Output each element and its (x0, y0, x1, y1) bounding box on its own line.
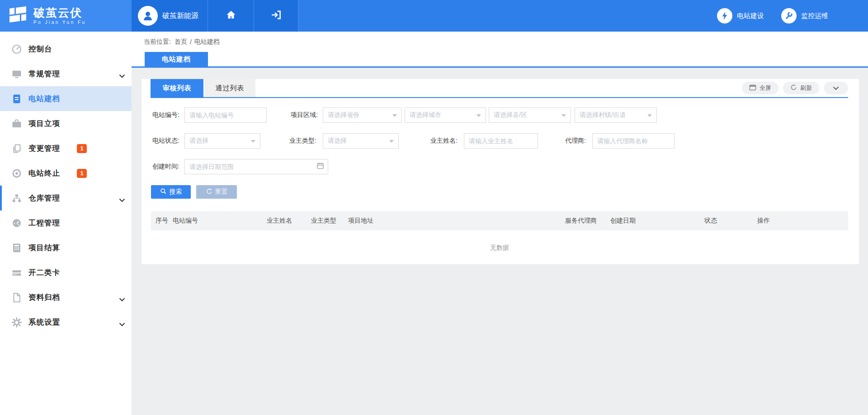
content-divider (132, 66, 868, 68)
filter-row-3: 创建时间: (151, 159, 328, 174)
caret-down-icon (561, 114, 566, 117)
copy-icon (11, 143, 23, 154)
sidebar-item-open-card[interactable]: 开二类卡 (0, 260, 132, 285)
col-station-no: 电站编号 (173, 217, 267, 225)
monitor-icon (11, 68, 23, 80)
sidebar-item-station-termination[interactable]: 电站终止 1 (0, 161, 132, 186)
chevron-down-icon (833, 85, 839, 92)
fullscreen-button[interactable]: 全屏 (742, 82, 778, 94)
nav-station-build[interactable]: 电站建设 (717, 8, 764, 23)
city-select[interactable]: 请选择城市 (405, 107, 486, 123)
filter-actions: 搜索 重置 (151, 185, 237, 199)
home-icon (226, 9, 236, 22)
col-owner-type: 业主类型 (311, 217, 348, 225)
header-nav: 电站建设 监控运维 (717, 0, 868, 32)
search-button[interactable]: 搜索 (151, 185, 191, 199)
caret-down-icon (476, 114, 481, 117)
active-marker (0, 186, 2, 210)
user-menu[interactable]: 破茧新能源 (132, 0, 208, 32)
reset-button[interactable]: 重置 (196, 185, 237, 199)
col-status: 状态 (704, 217, 757, 225)
sidebar: 控制台 常规管理 电站建档 (0, 32, 132, 415)
station-no-input[interactable] (184, 107, 267, 123)
nav-monitor-ops[interactable]: 监控运维 (781, 8, 828, 23)
col-actions: 操作 (757, 217, 848, 225)
sidebar-item-system-settings[interactable]: 系统设置 (0, 310, 132, 335)
tab-passed-list[interactable]: 通过列表 (204, 79, 255, 97)
logo-subtitle: Po Jian Yun Fu (33, 20, 86, 25)
tab-review-list[interactable]: 审核列表 (151, 79, 203, 97)
col-create-date: 创建日期 (610, 217, 704, 225)
agent-label: 代理商: (561, 137, 592, 145)
sidebar-item-station-filing[interactable]: 电站建档 (0, 86, 132, 111)
col-service-agent: 服务代理商 (565, 217, 610, 225)
nav-label: 监控运维 (801, 12, 828, 20)
station-no-label: 电站编号: (151, 111, 184, 119)
table-header: 序号 电站编号 业主姓名 业主类型 项目地址 服务代理商 创建日期 状态 操作 (151, 211, 848, 230)
refresh-button[interactable]: 刷新 (783, 82, 819, 94)
empty-state: 无数据 (151, 230, 848, 266)
filter-row-1: 电站编号: 项目区域: 请选择省份 请选择城市 请选择县/区 请选择村镇/街道 (151, 107, 657, 123)
sidebar-item-project-initiation[interactable]: 项目立项 (0, 111, 132, 136)
brand-logo: 破茧云伏 Po Jian Yun Fu (0, 0, 132, 32)
nav-label: 电站建设 (737, 12, 764, 20)
owner-name-label: 业主姓名: (425, 137, 464, 145)
agent-input[interactable] (592, 133, 675, 149)
tab-underline (151, 97, 848, 98)
col-index: 序号 (156, 217, 173, 225)
calendar-icon (316, 162, 324, 172)
home-button[interactable] (208, 0, 254, 32)
station-status-label: 电站状态: (151, 137, 184, 145)
date-range-picker[interactable] (184, 159, 328, 174)
page-tab-bar (132, 52, 868, 66)
chevron-down-icon (119, 295, 126, 300)
sidebar-item-warehouse-mgmt[interactable]: 仓库管理 (0, 186, 132, 210)
station-status-select[interactable]: 请选择 (184, 133, 260, 149)
province-select[interactable]: 请选择省份 (323, 107, 402, 123)
logo-title: 破茧云伏 (33, 7, 86, 19)
chevron-down-icon (119, 72, 126, 76)
logout-button[interactable] (254, 0, 298, 32)
owner-name-input[interactable] (464, 133, 538, 149)
reset-icon (206, 188, 212, 196)
page-tab-station-filing[interactable]: 电站建档 (145, 52, 208, 66)
card-icon (11, 267, 23, 279)
top-header: 破茧云伏 Po Jian Yun Fu 破茧新能源 (0, 0, 868, 32)
date-range-input[interactable] (184, 159, 328, 174)
logout-icon (270, 9, 282, 23)
county-select[interactable]: 请选择县/区 (489, 107, 571, 123)
sidebar-item-general-mgmt[interactable]: 常规管理 (0, 61, 132, 86)
filter-row-2: 电站状态: 请选择 业主类型: 请选择 业主姓名: 代理商: (151, 133, 675, 149)
collapse-button[interactable] (824, 82, 848, 94)
sidebar-item-data-archive[interactable]: 资料归档 (0, 285, 132, 310)
calculator-icon (11, 242, 23, 254)
col-project-address: 项目地址 (348, 217, 565, 225)
create-time-label: 创建时间: (151, 163, 184, 171)
briefcase-icon (11, 118, 23, 130)
caret-down-icon (251, 140, 255, 143)
wrench-icon (781, 8, 797, 23)
refresh-icon (790, 84, 797, 92)
sidebar-item-engineering-mgmt[interactable]: 工程管理 (0, 210, 132, 235)
chevron-down-icon (119, 196, 126, 201)
notification-badge: 1 (77, 144, 87, 153)
owner-type-select[interactable]: 请选择 (323, 133, 399, 149)
sitemap-icon (11, 192, 23, 204)
sidebar-item-console[interactable]: 控制台 (0, 37, 132, 61)
lightning-icon (717, 8, 732, 23)
breadcrumb-home-link[interactable]: 首页 (175, 38, 187, 46)
document-icon (11, 93, 23, 105)
sidebar-item-change-mgmt[interactable]: 变更管理 1 (0, 136, 132, 161)
breadcrumb-prefix: 当前位置: (144, 38, 171, 46)
col-owner-name: 业主姓名 (267, 217, 311, 225)
company-name: 破茧新能源 (162, 11, 198, 21)
panel-card: 审核列表 通过列表 全屏 (142, 79, 859, 264)
region-label: 项目区域: (289, 111, 323, 119)
panel-toolbar: 全屏 刷新 (742, 82, 848, 94)
fullscreen-icon (749, 84, 756, 92)
town-select[interactable]: 请选择村镇/街道 (575, 107, 657, 123)
breadcrumb-current: 电站建档 (194, 38, 220, 46)
sidebar-item-project-settlement[interactable]: 项目结算 (0, 235, 132, 260)
owner-type-label: 业主类型: (288, 137, 323, 145)
chevron-down-icon (119, 320, 126, 325)
